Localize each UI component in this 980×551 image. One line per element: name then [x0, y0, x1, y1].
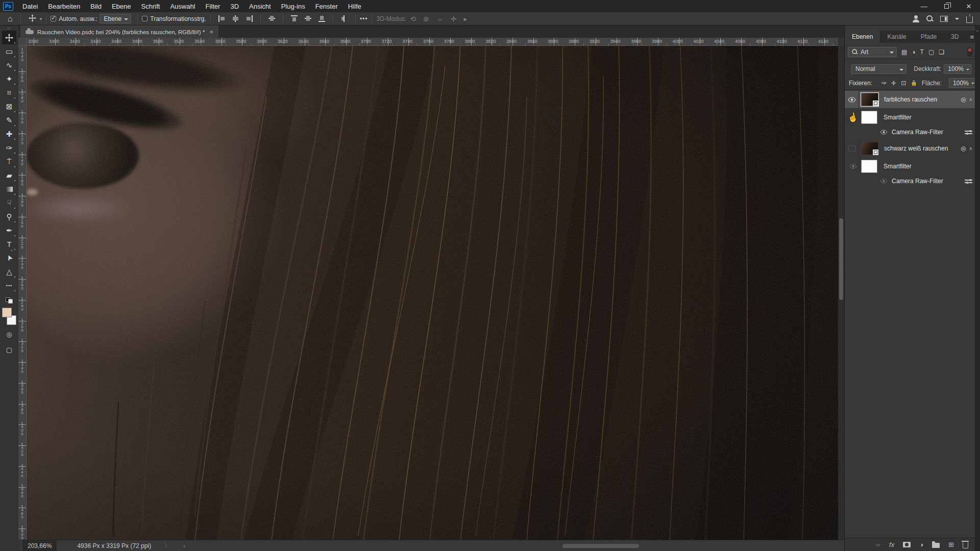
visibility-toggle[interactable] [845, 91, 859, 108]
fill-value-dropdown[interactable]: 100% [949, 78, 976, 88]
collapse-chevron-icon[interactable]: ∧ [969, 146, 972, 151]
link-layers-icon[interactable]: ∞ [876, 541, 880, 548]
new-group-icon[interactable] [932, 543, 940, 548]
visibility-toggle[interactable] [845, 127, 888, 138]
menu-item[interactable]: Ansicht [244, 0, 276, 12]
tab-pfade[interactable]: Pfade [914, 31, 944, 43]
distribute-center-icon[interactable] [304, 15, 312, 22]
horizontal-ruler[interactable]: 3380340034203440346034803500352035403560… [27, 38, 838, 46]
move-tool-icon[interactable] [25, 14, 40, 23]
auto-select-checkbox[interactable] [51, 16, 56, 21]
visibility-toggle[interactable] [845, 140, 859, 157]
layer-thumbnail[interactable] [862, 93, 878, 106]
align-right-icon[interactable] [246, 15, 253, 22]
chevron-down-icon[interactable]: ▾ [40, 16, 42, 21]
search-icon[interactable] [926, 15, 933, 22]
menu-item[interactable]: Auswahl [165, 0, 200, 12]
camera-raw-filter-row[interactable]: Camera Raw-Filter [845, 127, 975, 138]
smart-filter-label[interactable]: Smartfilter [884, 114, 912, 121]
menu-item[interactable]: Datei [17, 0, 43, 12]
layer-name[interactable]: farbliches rauschen [884, 96, 937, 103]
add-layer-mask-icon[interactable] [903, 542, 911, 547]
move-tool[interactable] [2, 31, 16, 44]
delete-layer-icon[interactable] [963, 542, 968, 548]
status-next-icon[interactable]: 〉 [164, 542, 170, 549]
lock-image-pixels-icon[interactable]: ✑ [881, 80, 887, 87]
menu-item[interactable]: Schrift [136, 0, 165, 12]
transform-controls-checkbox[interactable] [142, 16, 148, 21]
tab-kanaele[interactable]: Kanäle [880, 31, 913, 43]
edit-toolbar-button[interactable]: ••• [2, 279, 16, 292]
brush-tool[interactable]: ✑ [2, 141, 16, 155]
filter-name[interactable]: Camera Raw-Filter [892, 178, 943, 185]
distribute-vertical-icon[interactable] [340, 15, 348, 22]
account-icon[interactable] [912, 15, 919, 22]
crop-tool[interactable]: ⌗ [2, 86, 16, 99]
toolbar-collapse-icon[interactable]: ›› [8, 26, 11, 31]
visibility-toggle[interactable] [845, 176, 888, 187]
filter-name[interactable]: Camera Raw-Filter [892, 129, 943, 136]
foreground-color-swatch[interactable] [2, 308, 12, 317]
menu-item[interactable]: Hilfe [343, 0, 366, 12]
filter-adjustment-layers-icon[interactable]: ◑ [912, 48, 915, 56]
layer-row-farbliches-rauschen[interactable]: farbliches rauschen ◎ ∧ [845, 91, 975, 108]
lock-artboard-icon[interactable]: ⊡ [901, 80, 906, 87]
lock-all-icon[interactable]: 🔒 [911, 80, 917, 86]
smudge-tool[interactable]: ☟ [2, 196, 16, 210]
filter-shape-layers-icon[interactable]: ▢ [928, 48, 934, 56]
quick-selection-tool[interactable]: ✦ [2, 72, 16, 86]
screen-mode-button[interactable]: ▢ [2, 343, 16, 356]
layer-name[interactable]: schwarz weiß rauschen [884, 145, 948, 152]
vertical-scrollbar[interactable] [838, 46, 844, 540]
menu-item[interactable]: Ebene [107, 0, 136, 12]
share-icon[interactable] [966, 16, 973, 23]
menu-item[interactable]: Fenster [310, 0, 343, 12]
pen-tool[interactable]: ✒ [2, 223, 16, 237]
layer-row-schwarz-weiss-rauschen[interactable]: schwarz weiß rauschen ◎ ∧ [845, 140, 975, 157]
tab-close-icon[interactable]: × [209, 28, 213, 36]
frame-tool[interactable]: ⊠ [2, 99, 16, 113]
menu-item[interactable]: Plug-ins [276, 0, 310, 12]
home-icon[interactable]: ⌂ [4, 14, 16, 23]
eyedropper-tool[interactable]: ✎ [2, 113, 16, 127]
gradient-tool[interactable] [2, 182, 16, 196]
filter-smart-objects-icon[interactable]: ❏ [939, 48, 944, 56]
filter-toggle-switch[interactable] [967, 47, 972, 57]
collapse-chevron-icon[interactable]: ∧ [969, 97, 972, 102]
lock-position-icon[interactable]: ✛ [891, 80, 896, 87]
align-left-icon[interactable] [218, 15, 226, 22]
more-options-button[interactable]: ••• [360, 15, 368, 22]
smart-filter-row[interactable]: Smartfilter [845, 157, 975, 176]
tab-ebenen[interactable]: Ebenen [845, 31, 880, 43]
layer-thumbnail[interactable] [862, 142, 878, 155]
visibility-toggle[interactable]: ☝ [845, 108, 877, 127]
layer-filter-type-dropdown[interactable]: Art [848, 47, 897, 57]
menu-item[interactable]: Bearbeiten [43, 0, 85, 12]
filter-type-layers-icon[interactable]: T [920, 48, 924, 56]
document-tab[interactable]: Rauschen Video.psdc bei 204% (farbliches… [20, 26, 218, 38]
close-button[interactable]: ✕ [958, 0, 980, 12]
eraser-tool[interactable]: ▰ [2, 168, 16, 182]
align-center-icon[interactable] [232, 15, 239, 22]
restore-button[interactable] [935, 0, 958, 12]
blend-mode-dropdown[interactable]: Normal [851, 64, 906, 74]
marquee-tool[interactable]: ▭ [2, 44, 16, 58]
type-tool[interactable]: T [2, 237, 16, 251]
lasso-tool[interactable]: ∿ [2, 58, 16, 72]
distribute-bottom-icon[interactable] [318, 15, 326, 22]
clone-stamp-tool[interactable]: ⍑ [2, 155, 16, 168]
smart-filter-badge-icon[interactable]: ◎ [961, 145, 966, 152]
scroll-left-icon[interactable]: ‹ [183, 543, 185, 549]
smart-filter-row[interactable]: ☝ Smartfilter [845, 108, 975, 127]
smart-filter-label[interactable]: Smartfilter [884, 163, 912, 170]
menu-item[interactable]: 3D [225, 0, 244, 12]
horizontal-scrollbar-thumb[interactable] [562, 544, 639, 548]
new-layer-icon[interactable]: ⊞ [948, 541, 954, 548]
healing-brush-tool[interactable]: ✚ [2, 127, 16, 141]
workspace-icon[interactable] [940, 16, 948, 22]
opacity-value-dropdown[interactable]: 100% [944, 64, 971, 74]
smart-filter-badge-icon[interactable]: ◎ [961, 96, 966, 103]
align-middle-icon[interactable] [268, 15, 276, 22]
menu-item[interactable]: Filter [201, 0, 226, 12]
quick-mask-button[interactable]: ◎ [2, 328, 16, 340]
